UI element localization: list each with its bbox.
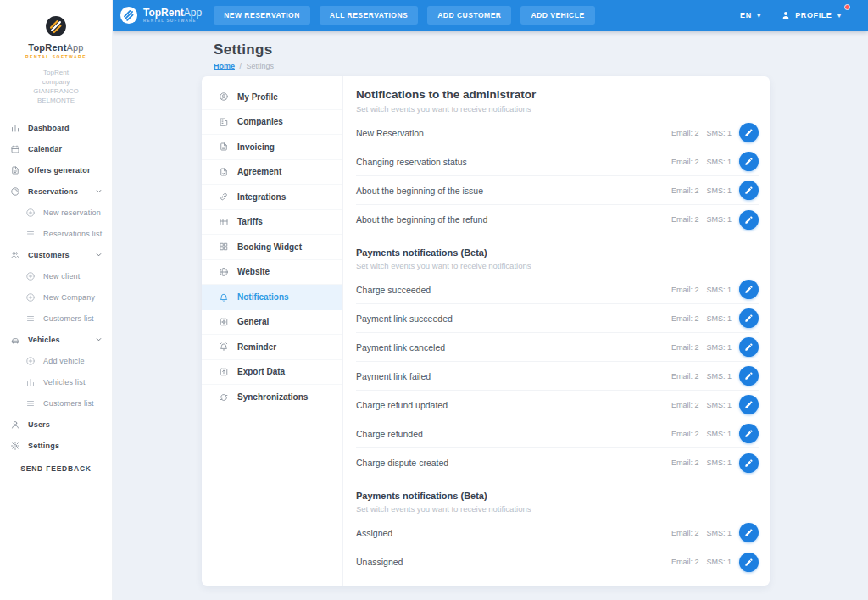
settings-tab-integrations[interactable]: Integrations: [202, 185, 342, 210]
sidebar-item-new-reservation[interactable]: New reservation: [0, 202, 112, 223]
edit-notification-button[interactable]: [739, 453, 759, 473]
settings-tab-label: Booking Widget: [237, 242, 302, 252]
sidebar-item-offers-generator[interactable]: Offers generator: [0, 159, 112, 181]
sidebar-item-new-client[interactable]: New client: [0, 265, 112, 286]
brand-name-light: App: [184, 7, 202, 19]
settings-menu: My ProfileCompaniesInvoicingAgreementInt…: [202, 76, 343, 586]
settings-tab-notifications[interactable]: Notifications: [202, 285, 342, 310]
building-icon: [219, 117, 229, 127]
sms-count: SMS: 1: [706, 129, 732, 137]
notification-label: Payment link failed: [356, 371, 671, 381]
pencil-icon: [744, 558, 754, 567]
edit-notification-button[interactable]: [739, 553, 759, 572]
sidebar-item-customers-list[interactable]: Customers list: [0, 392, 112, 414]
settings-tab-synchronizations[interactable]: Synchronizations: [202, 385, 342, 410]
account-line: GIANFRANCO: [0, 86, 112, 96]
sidebar-item-label: Reservations: [28, 187, 78, 196]
settings-tab-booking-widget[interactable]: Booking Widget: [202, 235, 342, 260]
notification-row: UnassignedEmail: 2SMS: 1: [356, 547, 759, 576]
breadcrumb-separator: /: [240, 62, 242, 70]
account-info: TopRent company GIANFRANCO BELMONTE: [0, 68, 112, 105]
sidebar-item-new-company[interactable]: New Company: [0, 286, 112, 308]
settings-tab-label: Tariffs: [237, 217, 263, 226]
notification-rows: AssignedEmail: 2SMS: 1UnassignedEmail: 2…: [356, 519, 759, 576]
email-count: Email: 2: [671, 158, 699, 166]
page-title: Settings: [214, 42, 868, 58]
sidebar-item-label: Offers generator: [28, 166, 91, 175]
notification-label: Charge succeeded: [356, 285, 671, 295]
notification-row: Charge succeededEmail: 2SMS: 1: [356, 275, 759, 304]
topbar-button-add-customer[interactable]: ADD CUSTOMER: [427, 6, 511, 25]
edit-notification-button[interactable]: [739, 123, 759, 142]
brand-name-light: App: [67, 42, 84, 53]
settings-tab-companies[interactable]: Companies: [202, 110, 342, 136]
brand-name-bold: TopRent: [143, 7, 184, 19]
export-icon: [219, 367, 229, 377]
brand-tagline: RENTAL SOFTWARE: [25, 54, 86, 59]
topbar-button-add-vehicle[interactable]: ADD VEHICLE: [520, 6, 594, 25]
sidebar-item-vehicles-list[interactable]: Vehicles list: [0, 371, 112, 392]
edit-notification-button[interactable]: [739, 424, 759, 443]
agreement-icon: [219, 167, 229, 177]
settings-tab-label: Notifications: [237, 292, 289, 302]
edit-notification-button[interactable]: [739, 395, 759, 414]
topbar-brand[interactable]: TopRentApp RENTAL SOFTWARE: [120, 6, 202, 25]
person-circle-icon: [219, 92, 229, 102]
settings-tab-invoicing[interactable]: Invoicing: [202, 135, 342, 160]
edit-notification-button[interactable]: [739, 366, 759, 386]
sidebar-item-add-vehicle[interactable]: Add vehicle: [0, 350, 112, 371]
section-title: Notifications to the administrator: [356, 88, 759, 101]
settings-tab-export-data[interactable]: Export Data: [202, 360, 342, 386]
sidebar-item-label: Customers: [28, 251, 70, 259]
topbar: TopRentApp RENTAL SOFTWARE NEW RESERVATI…: [113, 0, 868, 31]
sidebar-item-customers[interactable]: Customers: [0, 244, 112, 265]
topbar-button-new-reservation[interactable]: NEW RESERVATION: [214, 6, 310, 25]
edit-notification-button[interactable]: [739, 280, 759, 299]
sidebar-item-label: New reservation: [43, 208, 101, 217]
pencil-icon: [744, 186, 754, 195]
language-selector[interactable]: EN ▼: [740, 11, 762, 19]
invoice-icon: [219, 142, 229, 152]
settings-tab-label: My Profile: [237, 92, 278, 102]
edit-notification-button[interactable]: [739, 337, 759, 357]
settings-tab-label: Invoicing: [237, 142, 275, 152]
settings-tab-reminder[interactable]: Reminder: [202, 335, 342, 360]
brand-name: TopRentApp: [143, 8, 202, 18]
settings-tab-website[interactable]: Website: [202, 260, 342, 286]
breadcrumb-current: Settings: [247, 62, 275, 70]
edit-notification-button[interactable]: [739, 523, 759, 542]
send-feedback-button[interactable]: SEND FEEDBACK: [0, 464, 112, 473]
sidebar-item-vehicles[interactable]: Vehicles: [0, 329, 112, 350]
notification-row: AssignedEmail: 2SMS: 1: [356, 519, 759, 547]
chevron-down-icon: ▼: [756, 13, 763, 19]
email-count: Email: 2: [671, 186, 699, 195]
main-area: Settings Home / Settings My ProfileCompa…: [113, 31, 868, 600]
notification-label: Charge refunded: [356, 429, 671, 439]
sidebar-item-settings[interactable]: Settings: [0, 435, 112, 456]
sidebar-item-calendar[interactable]: Calendar: [0, 138, 112, 159]
sms-count: SMS: 1: [706, 372, 732, 381]
settings-tab-label: Synchronizations: [237, 392, 308, 402]
settings-tab-tariffs[interactable]: Tariffs: [202, 210, 342, 236]
settings-tab-general[interactable]: General: [202, 310, 342, 336]
profile-menu[interactable]: PROFILE ▼: [781, 10, 843, 20]
list-icon: [25, 229, 36, 239]
sidebar-brand: TopRentApp RENTAL SOFTWARE: [0, 0, 112, 59]
edit-notification-button[interactable]: [739, 210, 759, 230]
edit-notification-button[interactable]: [739, 308, 759, 328]
edit-notification-button[interactable]: [739, 152, 759, 171]
notification-row: Payment link canceledEmail: 2SMS: 1: [356, 333, 759, 362]
settings-tab-agreement[interactable]: Agreement: [202, 160, 342, 186]
topbar-button-all-reservations[interactable]: ALL RESERVATIONS: [320, 6, 418, 25]
breadcrumb-home-link[interactable]: Home: [214, 62, 235, 70]
sidebar-item-users[interactable]: Users: [0, 414, 112, 435]
settings-tab-my-profile[interactable]: My Profile: [202, 85, 342, 110]
sidebar-item-customers-list[interactable]: Customers list: [0, 308, 112, 329]
sidebar-item-reservations[interactable]: Reservations: [0, 181, 112, 202]
person-icon: [10, 419, 20, 430]
edit-notification-button[interactable]: [739, 181, 759, 200]
sidebar-item-dashboard[interactable]: Dashboard: [0, 117, 112, 138]
app-root: TopRentApp RENTAL SOFTWARE TopRent compa…: [0, 0, 868, 600]
email-count: Email: 2: [671, 314, 699, 323]
sidebar-item-reservations-list[interactable]: Reservations list: [0, 223, 112, 244]
